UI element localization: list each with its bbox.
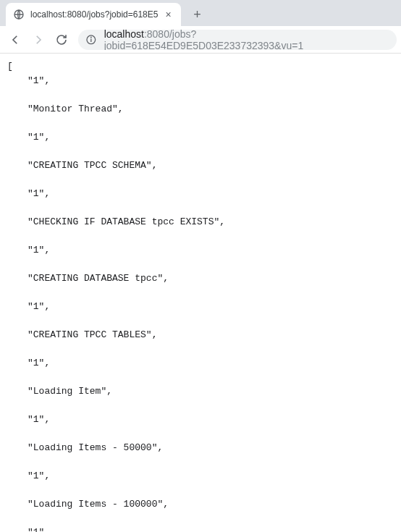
reload-button[interactable]	[51, 29, 72, 51]
new-tab-button[interactable]: +	[187, 4, 207, 25]
tab-strip: localhost:8080/jobs?jobid=618E5 × +	[0, 0, 401, 26]
close-icon[interactable]: ×	[162, 9, 174, 20]
info-icon[interactable]	[85, 34, 97, 46]
globe-icon	[13, 9, 25, 20]
tab-title: localhost:8080/jobs?jobid=618E5	[30, 9, 158, 20]
toolbar: localhost:8080/jobs?jobid=618E54ED9E5D03…	[0, 26, 401, 54]
json-response-body: [ "1", "Monitor Thread", "1", "CREATING …	[0, 54, 401, 532]
svg-point-3	[90, 37, 91, 38]
address-bar[interactable]: localhost:8080/jobs?jobid=618E54ED9E5D03…	[78, 30, 397, 50]
url-text: localhost:8080/jobs?jobid=618E54ED9E5D03…	[104, 30, 389, 50]
forward-button[interactable]	[28, 29, 49, 51]
back-button[interactable]	[4, 29, 26, 51]
browser-tab[interactable]: localhost:8080/jobs?jobid=618E5 ×	[6, 3, 181, 26]
